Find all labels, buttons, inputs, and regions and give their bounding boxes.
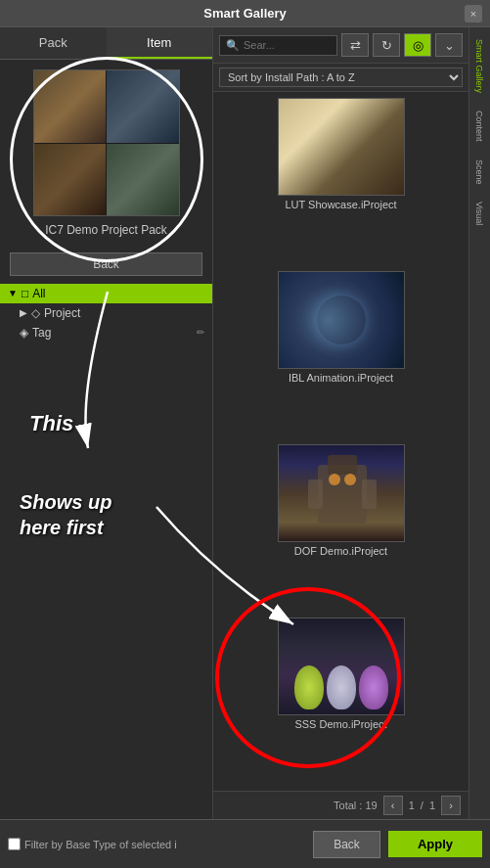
svg-rect-2 [308, 480, 323, 509]
tree-label-project: Project [44, 306, 80, 320]
list-item[interactable]: IBL Animation.iProject [219, 271, 463, 438]
dof-svg [279, 445, 406, 543]
pack-label: IC7 Demo Project Pack [45, 222, 167, 239]
thumbnail-lut [278, 98, 405, 196]
search-input[interactable] [244, 39, 331, 51]
sidebar-tab-label-scene: Scene [475, 160, 485, 185]
main-container: Pack Item IC7 Demo Project Pack Back ▼ □… [0, 27, 490, 819]
more-icon: ⌄ [444, 38, 455, 53]
sidebar-tab-visual[interactable]: Visual [469, 194, 490, 233]
tab-pack[interactable]: Pack [0, 27, 107, 59]
sidebar-tab-label-visual: Visual [475, 202, 485, 225]
bear-green [294, 665, 324, 709]
sidebar-tab-smart-gallery[interactable]: Smart Gallery [469, 31, 490, 101]
thumbnail-dof [278, 444, 405, 542]
filter-checkbox[interactable] [8, 838, 21, 850]
svg-rect-3 [362, 480, 377, 509]
refresh-icon: ↻ [381, 38, 392, 53]
total-pages: 1 [429, 799, 435, 811]
sidebar-tab-label-sg: Smart Gallery [475, 39, 485, 93]
tree-item-all[interactable]: ▼ □ All [0, 284, 212, 303]
filter-checkbox-area[interactable]: Filter by Base Type of selected i [8, 838, 305, 850]
type-icon-all: □ [22, 287, 28, 300]
tree-item-tag[interactable]: ◈ Tag ✏ [0, 323, 212, 343]
left-panel: Pack Item IC7 Demo Project Pack Back ▼ □… [0, 27, 213, 819]
filter-label: Filter by Base Type of selected i [24, 839, 177, 850]
close-icon: × [470, 8, 476, 20]
tree-area: ▼ □ All ▶ ◇ Project ◈ Tag ✏ [0, 280, 212, 819]
sort-select[interactable]: Sort by Install Path : A to Z [219, 68, 463, 87]
active-view-button[interactable]: ◎ [404, 33, 431, 57]
right-panel: 🔍 ⇄ ↻ ◎ ⌄ Sort by Install Path : A to Z [213, 27, 468, 819]
item-label-sss: SSS Demo.iProject [294, 718, 386, 730]
right-sidebar: Smart Gallery Content Scene Visual [468, 27, 490, 819]
active-view-icon: ◎ [413, 38, 423, 53]
type-icon-tag: ◈ [20, 326, 28, 340]
expand-icon-project: ▶ [20, 307, 27, 318]
bear-white [327, 665, 356, 709]
tab-item[interactable]: Item [107, 27, 213, 59]
pagination: Total : 19 ‹ 1 / 1 › [213, 791, 468, 819]
back-button-left[interactable]: Back [10, 252, 202, 276]
item-label-lut: LUT Showcase.iProject [285, 199, 396, 210]
title-bar: Smart Gallery × [0, 0, 490, 27]
total-count: Total : 19 [334, 799, 378, 811]
next-icon: › [449, 799, 453, 811]
sync-icon: ⇄ [350, 38, 361, 53]
list-item[interactable]: LUT Showcase.iProject [219, 98, 463, 265]
search-box[interactable]: 🔍 [219, 35, 337, 56]
current-page: 1 [409, 799, 415, 811]
close-button[interactable]: × [465, 5, 482, 23]
tag-edit-icon[interactable]: ✏ [197, 327, 204, 338]
pack-image-area: IC7 Demo Project Pack [0, 60, 212, 249]
list-item[interactable]: DOF Demo.iProject [219, 444, 463, 612]
bottom-bar: Filter by Base Type of selected i Back A… [0, 819, 490, 868]
app-title: Smart Gallery [203, 6, 287, 21]
toolbar: 🔍 ⇄ ↻ ◎ ⌄ [213, 27, 468, 64]
tree-item-project[interactable]: ▶ ◇ Project [0, 303, 212, 323]
item-label-dof: DOF Demo.iProject [294, 545, 387, 557]
thumb-cell-3 [34, 144, 107, 216]
grid-area: LUT Showcase.iProject IBL Animation.iPro… [213, 92, 468, 791]
page-separator: / [421, 799, 423, 811]
prev-icon: ‹ [391, 799, 395, 811]
thumbnail-ibl [278, 271, 405, 369]
sidebar-tab-scene[interactable]: Scene [469, 152, 490, 193]
sort-bar: Sort by Install Path : A to Z [213, 64, 468, 92]
svg-rect-1 [328, 455, 357, 475]
next-page-button[interactable]: › [441, 796, 461, 815]
bottom-back-button[interactable]: Back [313, 831, 380, 858]
sync-button[interactable]: ⇄ [341, 33, 369, 57]
expand-icon-all: ▼ [8, 288, 18, 298]
bear-purple [359, 665, 388, 709]
thumb-cell-4 [107, 144, 179, 216]
item-label-ibl: IBL Animation.iProject [289, 372, 393, 384]
tree-label-tag: Tag [32, 326, 51, 340]
list-item[interactable]: SSS Demo.iProject [219, 617, 463, 785]
search-icon: 🔍 [226, 39, 240, 52]
svg-point-4 [329, 474, 340, 485]
tree-label-all: All [32, 287, 45, 300]
tabs-bar: Pack Item [0, 27, 212, 60]
thumbnail-sss [278, 617, 405, 715]
svg-point-5 [344, 474, 356, 485]
more-button[interactable]: ⌄ [435, 33, 463, 57]
sidebar-tab-content[interactable]: Content [469, 103, 490, 150]
prev-page-button[interactable]: ‹ [383, 796, 403, 815]
type-icon-project: ◇ [31, 306, 40, 320]
thumb-cell-1 [34, 70, 107, 143]
thumb-cell-2 [107, 70, 179, 143]
sidebar-tab-label-content: Content [475, 111, 485, 142]
pack-thumbnail [33, 69, 180, 216]
apply-button[interactable]: Apply [388, 831, 482, 857]
refresh-button[interactable]: ↻ [373, 33, 400, 57]
